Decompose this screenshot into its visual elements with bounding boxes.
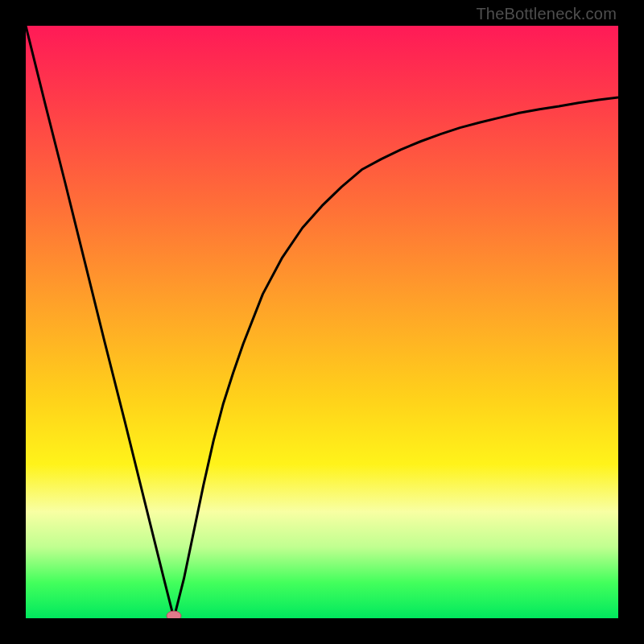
- attribution-label: TheBottleneck.com: [476, 5, 617, 23]
- plot-area: [26, 26, 618, 618]
- chart-frame: TheBottleneck.com: [0, 0, 644, 644]
- minimum-marker: [167, 611, 181, 618]
- curve-path: [26, 26, 618, 618]
- curve-layer: [26, 26, 618, 618]
